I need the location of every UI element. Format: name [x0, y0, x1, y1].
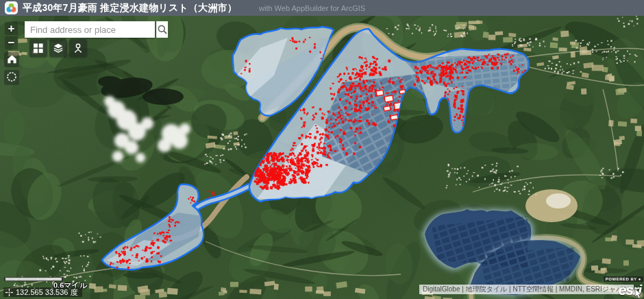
search-box	[25, 21, 155, 38]
map-canvas[interactable]	[0, 0, 644, 299]
satellite-noise	[0, 0, 644, 299]
locate-button[interactable]	[4, 70, 19, 85]
legend-button[interactable]	[69, 39, 87, 57]
home-icon	[7, 54, 17, 64]
crosshair-icon[interactable]	[5, 289, 13, 296]
app-subtitle: with Web AppBuilder for ArcGIS	[259, 0, 365, 16]
coordinate-value: 132.565 33.536 度	[16, 287, 78, 298]
powered-by-label: POWERED BY ●	[604, 276, 643, 282]
layer-list-icon	[53, 43, 63, 53]
map-attribution: DigitalGlobe | 地理院タイル | NTT空間情報 | MMDIN,…	[419, 285, 634, 294]
basemap-gallery-icon	[34, 43, 43, 53]
search-button[interactable]	[156, 21, 168, 38]
app-logo-icon	[5, 1, 18, 14]
search-icon	[157, 24, 168, 35]
app-header: 平成30年7月豪雨 推定浸水建物リスト（大洲市） with Web AppBui…	[0, 0, 644, 16]
home-button[interactable]	[4, 52, 19, 67]
satellite-map	[0, 0, 644, 299]
mouse-cursor	[634, 289, 643, 299]
layer-list-button[interactable]	[49, 39, 67, 57]
basemap-gallery-button[interactable]	[29, 39, 47, 57]
page-title: 平成30年7月豪雨 推定浸水建物リスト（大洲市）	[23, 2, 237, 14]
search-input[interactable]	[25, 21, 156, 38]
locate-icon	[6, 71, 17, 82]
esri-logo[interactable]: POWERED BY ● esri	[604, 271, 643, 298]
zoom-in-button[interactable]: +	[5, 22, 18, 35]
legend-icon	[73, 43, 83, 53]
zoom-out-button[interactable]: −	[5, 36, 18, 49]
coordinate-widget: 132.565 33.536 度	[3, 287, 82, 297]
